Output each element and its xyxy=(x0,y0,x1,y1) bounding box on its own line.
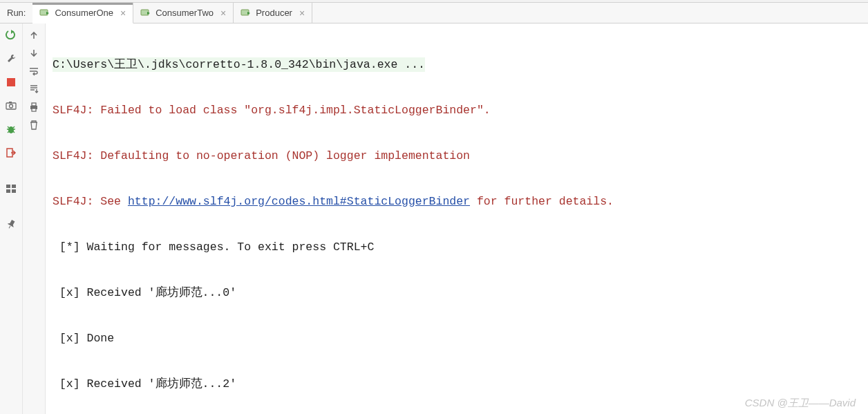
trash-button[interactable] xyxy=(26,117,41,133)
svg-line-14 xyxy=(8,126,9,128)
run-config-icon xyxy=(39,8,50,19)
run-label: Run: xyxy=(0,3,32,23)
console-output[interactable]: C:\Users\王卫\.jdks\corretto-1.8.0_342\bin… xyxy=(46,23,868,414)
print-button[interactable] xyxy=(26,100,41,115)
tab-label: Producer xyxy=(256,8,292,18)
slf4j-suffix: for further details. xyxy=(470,195,614,208)
layout-button[interactable] xyxy=(3,181,19,196)
slf4j-error-3: SLF4J: See http://www.slf4j.org/codes.ht… xyxy=(53,190,857,213)
svg-rect-24 xyxy=(32,103,36,106)
tab-producer[interactable]: Producer × xyxy=(234,3,312,23)
tab-label: ConsumerOne xyxy=(55,8,113,18)
svg-marker-6 xyxy=(11,30,14,34)
pin-button[interactable] xyxy=(3,217,19,232)
command-line: C:\Users\王卫\.jdks\corretto-1.8.0_342\bin… xyxy=(53,57,425,72)
svg-line-15 xyxy=(13,126,15,128)
up-button[interactable] xyxy=(26,28,41,43)
svg-rect-21 xyxy=(6,189,10,193)
softwrap-button[interactable] xyxy=(26,64,41,79)
tab-consumer-two[interactable]: ConsumerTwo × xyxy=(133,3,234,23)
console-line: [*] Waiting for messages. To exit press … xyxy=(53,236,857,258)
run-header: Run: ConsumerOne × ConsumerTwo × Produce… xyxy=(0,3,868,23)
close-icon[interactable]: × xyxy=(220,8,226,19)
wrench-button[interactable] xyxy=(3,51,19,66)
svg-line-17 xyxy=(13,131,15,133)
slf4j-prefix: SLF4J: See xyxy=(53,195,128,208)
down-button[interactable] xyxy=(26,46,41,61)
run-config-icon xyxy=(240,8,252,19)
console-line: [x] Received '廊坊师范...2' xyxy=(53,373,857,395)
svg-rect-10 xyxy=(9,102,12,103)
tab-label: ConsumerTwo xyxy=(155,8,214,18)
close-icon[interactable]: × xyxy=(120,8,126,19)
console-line: [x] Received '廊坊师范...0' xyxy=(53,281,857,304)
svg-rect-19 xyxy=(6,185,10,188)
watermark: CSDN @王卫——David xyxy=(745,397,856,410)
left-toolbar-1 xyxy=(0,23,23,414)
tab-consumer-one[interactable]: ConsumerOne × xyxy=(32,3,133,23)
bug-button[interactable] xyxy=(3,122,19,137)
run-config-icon xyxy=(140,8,151,19)
exit-button[interactable] xyxy=(3,145,19,160)
camera-button[interactable] xyxy=(3,98,19,113)
svg-point-9 xyxy=(10,104,13,108)
svg-rect-20 xyxy=(12,185,16,188)
close-icon[interactable]: × xyxy=(299,8,305,19)
left-toolbar-2 xyxy=(23,23,46,414)
svg-rect-25 xyxy=(32,109,36,111)
slf4j-error-2: SLF4J: Defaulting to no-operation (NOP) … xyxy=(53,144,857,167)
main-area: C:\Users\王卫\.jdks\corretto-1.8.0_342\bin… xyxy=(0,23,868,414)
slf4j-link[interactable]: http://www.slf4j.org/codes.html#StaticLo… xyxy=(128,195,470,208)
stop-button[interactable] xyxy=(3,75,19,90)
scroll-to-end-button[interactable] xyxy=(26,82,41,97)
svg-rect-22 xyxy=(12,189,16,193)
rerun-button[interactable] xyxy=(3,28,19,43)
svg-rect-7 xyxy=(7,78,15,86)
slf4j-error-1: SLF4J: Failed to load class "org.slf4j.i… xyxy=(53,99,857,122)
console-line: [x] Done xyxy=(53,327,857,350)
svg-line-16 xyxy=(8,131,9,133)
